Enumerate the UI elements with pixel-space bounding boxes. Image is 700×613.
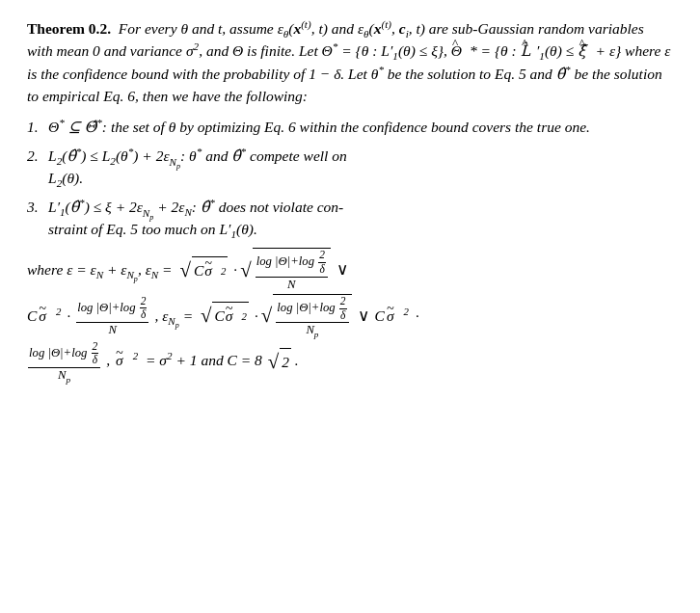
enum-num-1: 1.	[27, 117, 48, 138]
enum-text-2: L2(θ̂*) ≤ L2(θ*) + 2εNp: θ* and θ̂* comp…	[48, 146, 673, 189]
frac-line2: log |Θ|+log 2δ N	[76, 295, 148, 338]
enum-item-1: 1. Θ* ⊆ Θ̂*: the set of θ by optimizing …	[27, 117, 673, 138]
theorem-title: Theorem 0.2.	[27, 20, 111, 37]
frac-last: log |Θ|+log 2δ Np	[28, 340, 100, 384]
enum-item-2: 2. L2(θ̂*) ≤ L2(θ*) + 2εNp: θ* and θ̂* c…	[27, 146, 673, 189]
where-label: where ε = εN + εNp, εN =	[27, 256, 175, 283]
sqrt-frac1: √ log |Θ|+log 2δ N	[240, 248, 331, 292]
enum-text-1: Θ* ⊆ Θ̂*: the set of θ by optimizing Eq.…	[48, 117, 673, 138]
vee-np: ∨	[358, 302, 369, 332]
c-sigma-end: Cσ2 ·	[375, 303, 419, 330]
sqrt-frac-np: √ log |Θ|+log 2δ Np	[261, 294, 352, 338]
theorem-body: For every θ and t, assume εθ(x(t), t) an…	[27, 20, 670, 104]
sqrt-np: √ Cσ2	[201, 302, 249, 330]
enum-text-3: L′1(θ̂*) ≤ ξ + 2εNp + 2εN: θ̂* does not …	[48, 197, 673, 240]
final-text: , σ2 = σ2 + 1 and C = 8 √ 2 .	[106, 347, 298, 376]
dot1: ·	[233, 256, 237, 283]
theorem-block: Theorem 0.2. For every θ and t, assume ε…	[27, 17, 673, 383]
theorem-intro: Theorem 0.2. For every θ and t, assume ε…	[27, 17, 673, 107]
vee1: ∨	[337, 255, 348, 285]
sqrt-sigma: √ Cσ2	[179, 256, 228, 284]
enum-num-3: 3.	[27, 197, 48, 218]
dot-np: ·	[255, 303, 258, 330]
enum-num-2: 2.	[27, 146, 48, 167]
comma-eps: , εNp =	[154, 303, 197, 330]
where-block: where ε = εN + εNp, εN = √ Cσ2 · √ log |…	[27, 248, 673, 383]
enum-list: 1. Θ* ⊆ Θ̂*: the set of θ by optimizing …	[27, 117, 673, 240]
enum-item-3: 3. L′1(θ̂*) ≤ ξ + 2εNp + 2εN: θ̂* does n…	[27, 197, 673, 240]
c-sigma-line2: Cσ2 ·	[27, 303, 72, 330]
